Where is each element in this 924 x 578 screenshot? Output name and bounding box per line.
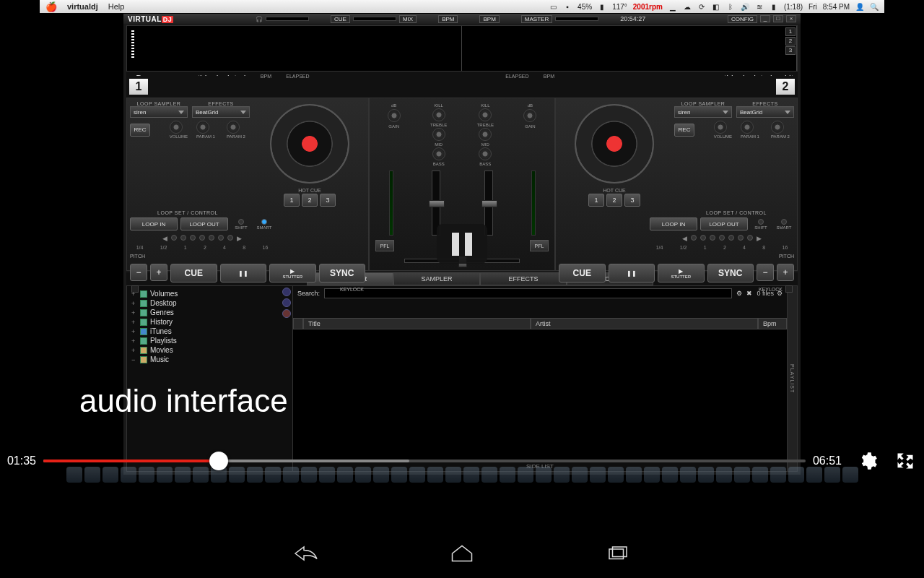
deck2-hotcue-2[interactable]: 2 — [606, 194, 622, 207]
window-minimize-button[interactable]: _ — [760, 15, 770, 22]
tree-item-desktop[interactable]: +Desktop — [130, 298, 289, 308]
deck1-loop-dot[interactable] — [227, 235, 233, 241]
deck1-jogwheel[interactable] — [270, 104, 349, 184]
app-menu[interactable]: virtualdj — [67, 2, 98, 11]
deck2-keylock-pad[interactable] — [785, 285, 793, 293]
tree-tool-icon-3[interactable] — [282, 309, 291, 318]
apple-menu-icon[interactable]: 🍎 — [45, 1, 57, 12]
track-list-body[interactable] — [293, 329, 787, 461]
deck1-rec-button[interactable]: REC — [130, 124, 150, 137]
mixer-pfl-r[interactable]: PFL — [530, 240, 549, 251]
deck1-loop-dot[interactable] — [190, 235, 196, 241]
deck1-param1-knob[interactable] — [196, 121, 209, 134]
battery-icon[interactable]: ▮ — [598, 2, 606, 11]
headphone-icon[interactable]: 🎧 — [256, 16, 263, 22]
spotlight-icon[interactable]: 🔍 — [870, 2, 879, 11]
tree-item-itunes[interactable]: +iTunes — [130, 327, 289, 336]
titlebar-bpm-button-l[interactable]: BPM — [438, 15, 458, 23]
deck2-pause-button[interactable]: ❚❚ — [609, 264, 655, 282]
deck1-pause-button[interactable]: ❚❚ — [220, 264, 267, 282]
deck1-loop-dot[interactable] — [199, 235, 205, 241]
waveform-view-3[interactable]: 3 — [785, 46, 796, 55]
deck2-effect-select[interactable]: BeatGrid — [736, 106, 794, 118]
bluetooth-icon[interactable]: ᛒ — [726, 2, 735, 11]
titlebar-mix[interactable]: MIX — [399, 15, 417, 23]
deck1-cue-button[interactable]: CUE — [170, 264, 217, 282]
deck2-rec-button[interactable]: REC — [674, 124, 694, 137]
video-settings-button[interactable] — [853, 447, 882, 475]
android-recent-button[interactable] — [605, 543, 631, 566]
deck2-cue-button[interactable]: CUE — [559, 264, 606, 282]
wifi-icon[interactable]: ≋ — [755, 2, 764, 11]
tree-item-playlists[interactable]: +Playlists — [130, 336, 289, 345]
deck1-pitch-plus[interactable]: + — [150, 264, 167, 281]
deck2-loop-dot[interactable] — [710, 235, 715, 241]
deck1-loop-dot[interactable] — [171, 235, 177, 241]
mixer-treble-r-knob[interactable] — [479, 108, 492, 121]
window-maximize-button[interactable]: □ — [773, 15, 783, 22]
deck2-loop-dot[interactable] — [747, 235, 753, 241]
deck2-loop-dot[interactable] — [719, 235, 725, 241]
deck2-play-button[interactable]: ▶STUTTER — [658, 264, 705, 282]
menubar-graph-icon[interactable]: ▁ — [668, 2, 677, 11]
battery-icon-2[interactable]: ▮ — [770, 2, 778, 11]
deck2-jogwheel[interactable] — [575, 104, 654, 184]
col-title[interactable]: Title — [303, 318, 531, 329]
deck1-loop-out[interactable]: LOOP OUT — [180, 217, 228, 230]
menubar-icon-1[interactable]: ▭ — [549, 2, 557, 11]
deck1-hotcue-2[interactable]: 2 — [302, 194, 318, 207]
deck1-play-button[interactable]: ▶STUTTER — [269, 264, 316, 282]
waveform-view-2[interactable]: 2 — [785, 37, 796, 46]
deck1-hotcue-1[interactable]: 1 — [284, 194, 300, 207]
video-pause-overlay[interactable] — [437, 224, 487, 264]
video-seek-thumb[interactable] — [209, 452, 228, 470]
deck1-sampler-volume-knob[interactable] — [170, 121, 183, 134]
deck1-shift-led[interactable] — [238, 219, 244, 225]
tree-item-music[interactable]: −Music — [130, 355, 289, 364]
mixer-mid-l-knob[interactable] — [432, 128, 445, 141]
playlist-side-tab[interactable]: PLAYLIST — [787, 286, 797, 471]
cloud-icon[interactable]: ☁ — [683, 2, 692, 11]
help-menu[interactable]: Help — [108, 2, 125, 11]
deck1-sampler-select[interactable]: siren — [130, 106, 188, 118]
titlebar-bpm-button-r[interactable]: BPM — [479, 15, 499, 23]
deck1-loop-dot[interactable] — [218, 235, 224, 241]
deck2-loop-dot[interactable] — [700, 235, 706, 241]
deck1-loop-dot[interactable] — [209, 235, 214, 241]
tab-sampler[interactable]: SAMPLER — [393, 272, 480, 285]
deck2-sync-button[interactable]: SYNC — [707, 264, 754, 282]
deck1-hotcue-3[interactable]: 3 — [320, 194, 336, 207]
deck1-loop-next[interactable]: ▶ — [237, 235, 242, 242]
titlebar-cue[interactable]: CUE — [331, 15, 350, 23]
deck2-loop-next[interactable]: ▶ — [757, 235, 762, 242]
mixer-treble-l-knob[interactable] — [432, 108, 445, 121]
deck1-pitch-minus[interactable]: − — [130, 264, 147, 281]
android-back-button[interactable] — [293, 543, 319, 566]
deck1-loop-in[interactable]: LOOP IN — [130, 217, 178, 230]
menubar-icon-3[interactable]: ◧ — [712, 2, 720, 11]
deck2-pitch-plus[interactable]: + — [777, 264, 794, 281]
user-icon[interactable]: 👤 — [855, 2, 864, 11]
deck2-loop-dot[interactable] — [728, 235, 734, 241]
window-close-button[interactable]: × — [786, 15, 796, 22]
tree-item-movies[interactable]: +Movies — [130, 345, 289, 355]
deck2-loop-out[interactable]: LOOP OUT — [700, 217, 748, 230]
deck1-smart-led[interactable] — [261, 219, 267, 225]
waveform-view-1[interactable]: 1 — [785, 27, 796, 36]
deck2-param1-knob[interactable] — [741, 121, 754, 134]
deck2-loop-prev[interactable]: ◀ — [682, 235, 687, 242]
video-fullscreen-button[interactable] — [891, 447, 920, 475]
volume-icon[interactable]: 🔊 — [741, 2, 749, 11]
deck2-shift-led[interactable] — [758, 219, 764, 225]
mixer-bass-l-knob[interactable] — [432, 147, 445, 160]
deck2-hotcue-1[interactable]: 1 — [588, 194, 604, 207]
deck2-loop-dot[interactable] — [738, 235, 744, 241]
tree-item-history[interactable]: +History — [130, 317, 289, 327]
mixer-mid-r-knob[interactable] — [479, 128, 492, 141]
mixer-gain-r-knob[interactable] — [523, 109, 536, 122]
android-home-button[interactable] — [449, 543, 475, 566]
deck2-smart-led[interactable] — [781, 219, 787, 225]
deck1-loop-dot[interactable] — [180, 235, 186, 241]
menubar-icon-2[interactable]: ▪ — [563, 2, 572, 11]
video-seekbar[interactable] — [43, 460, 806, 462]
